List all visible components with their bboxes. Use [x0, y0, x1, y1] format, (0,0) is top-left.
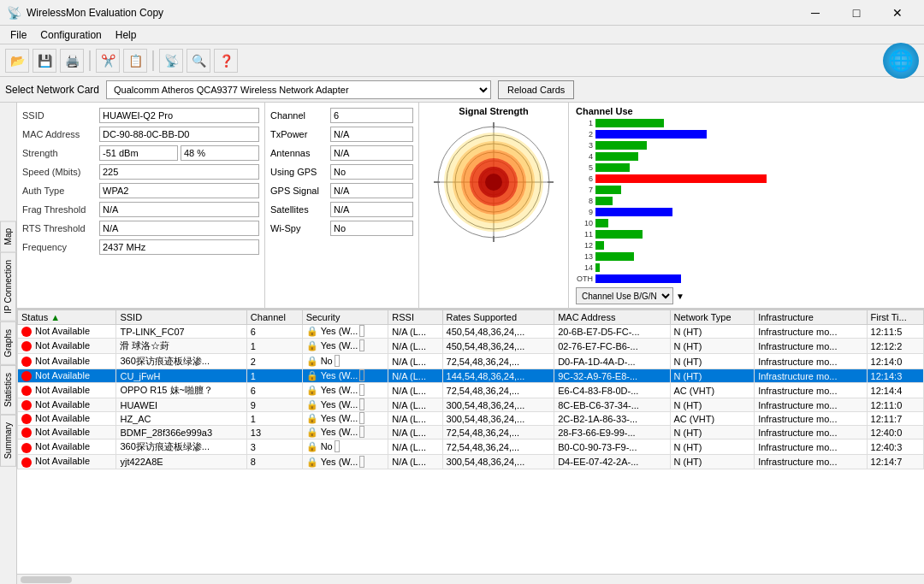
- table-cell: Infrastructure mo...: [755, 339, 867, 354]
- table-cell: 2: [246, 354, 302, 369]
- satellites-row: Satellites N/A: [270, 202, 413, 217]
- table-cell: 3: [246, 439, 302, 455]
- status-text-cell: Not Available: [35, 399, 90, 410]
- channel-number: 11: [576, 230, 593, 239]
- table-cell: TP-LINK_FC07: [116, 325, 246, 339]
- security-box: [359, 384, 364, 396]
- channel-bar-fill: [595, 252, 634, 261]
- close-button[interactable]: ✕: [878, 0, 917, 26]
- col-status[interactable]: Status ▲: [18, 310, 116, 325]
- status-text-cell: Not Available: [35, 326, 90, 336]
- col-security[interactable]: Security: [302, 310, 388, 325]
- menu-configuration[interactable]: Configuration: [33, 27, 108, 43]
- table-cell: 滑 球洛☆葑: [116, 339, 246, 354]
- table-row[interactable]: Not AvailableHZ_AC1🔒Yes (W... N/A (L...3…: [18, 412, 924, 426]
- toolbar-copy[interactable]: 📋: [123, 49, 147, 73]
- col-nettype[interactable]: Network Type: [670, 310, 755, 325]
- menu-help[interactable]: Help: [109, 27, 144, 43]
- table-cell: 12:11:5: [867, 325, 923, 339]
- menu-file[interactable]: File: [3, 27, 33, 43]
- channel-bar-row: 11: [576, 229, 917, 239]
- status-dot: [21, 443, 32, 453]
- maximize-button[interactable]: □: [837, 0, 876, 26]
- col-infra[interactable]: Infrastructure: [755, 310, 867, 325]
- col-mac[interactable]: MAC Address: [554, 310, 670, 325]
- table-row[interactable]: Not Availableyjt422A8E8🔒Yes (W... N/A (L…: [18, 455, 924, 469]
- gps-signal-label: GPS Signal: [270, 186, 330, 196]
- tab-summary[interactable]: Summary: [0, 415, 16, 467]
- toolbar-save[interactable]: 💾: [33, 49, 56, 73]
- app-title: WirelessMon Evaluation Copy: [27, 7, 796, 19]
- lock-icon: 🔒: [306, 441, 318, 451]
- table-scrollbar[interactable]: [17, 574, 924, 584]
- table-cell: HZ_AC: [116, 412, 246, 426]
- channel-number: OTH: [576, 274, 593, 283]
- channel-use-select[interactable]: Channel Use B/G/N: [576, 287, 673, 304]
- table-cell: 🔒Yes (W...: [302, 398, 388, 412]
- strength-label: Strength: [22, 148, 99, 158]
- freq-row: Frequency 2437 MHz: [22, 239, 259, 255]
- table-body: Not AvailableTP-LINK_FC076🔒Yes (W... N/A…: [18, 325, 924, 469]
- security-box: [359, 339, 364, 351]
- tab-ip-connection[interactable]: IP Connection: [0, 252, 16, 321]
- status-text-cell: Not Available: [35, 356, 90, 366]
- table-cell: Not Available: [18, 439, 116, 455]
- toolbar-cut[interactable]: ✂️: [96, 49, 120, 73]
- table-cell: N/A (L...: [388, 412, 442, 426]
- toolbar-scan[interactable]: 📡: [159, 49, 183, 73]
- channel-number: 3: [576, 141, 593, 150]
- table-cell: 12:11:0: [867, 398, 923, 412]
- channel-bar-fill: [595, 119, 664, 127]
- antennas-row: Antennas N/A: [270, 145, 413, 161]
- lock-icon: 🔒: [306, 370, 318, 380]
- col-rates[interactable]: Rates Supported: [442, 310, 554, 325]
- toolbar-help[interactable]: ❓: [214, 49, 238, 73]
- table-row[interactable]: Not Available滑 球洛☆葑1🔒Yes (W... N/A (L...…: [18, 339, 924, 354]
- col-rssi[interactable]: RSSI: [388, 310, 442, 325]
- channel-bar-fill: [595, 174, 767, 183]
- tab-statistics[interactable]: Statistics: [0, 365, 16, 415]
- txpower-label: TxPower: [270, 129, 330, 139]
- table-row[interactable]: Not AvailableBDMF_28f366e999a313🔒Yes (W.…: [18, 426, 924, 439]
- channel-bar-row: OTH: [576, 274, 917, 284]
- auth-row: Auth Type WPA2: [22, 183, 259, 198]
- col-time[interactable]: First Ti...: [867, 310, 923, 325]
- status-text-cell: Not Available: [35, 370, 90, 380]
- table-cell: N/A (L...: [388, 426, 442, 439]
- tab-map[interactable]: Map: [0, 221, 16, 252]
- table-row[interactable]: Not AvailableOPPO R15 妹~啪膻？6🔒Yes (W... N…: [18, 383, 924, 398]
- tab-graphs[interactable]: Graphs: [0, 321, 16, 365]
- table-row[interactable]: Not Available360探访痕迹板绿渗...3🔒No N/A (L...…: [18, 439, 924, 455]
- col-channel[interactable]: Channel: [246, 310, 302, 325]
- channel-bar-fill: [595, 186, 621, 194]
- table-row[interactable]: Not AvailableTP-LINK_FC076🔒Yes (W... N/A…: [18, 325, 924, 339]
- ssid-label: SSID: [22, 110, 99, 121]
- status-dot: [21, 357, 32, 367]
- security-box: [359, 456, 364, 468]
- toolbar-print[interactable]: 🖨️: [60, 49, 84, 73]
- network-card-select[interactable]: Qualcomm Atheros QCA9377 Wireless Networ…: [106, 80, 491, 99]
- minimize-button[interactable]: ─: [796, 0, 835, 26]
- table-cell: CU_jFwH: [116, 369, 246, 383]
- table-cell: 72,54,48,36,24,...: [442, 426, 554, 439]
- table-cell: 02-76-E7-FC-B6-...: [554, 339, 670, 354]
- top-panel: SSID HUAWEI-Q2 Pro MAC Address DC-90-88-…: [17, 103, 924, 309]
- reload-cards-button[interactable]: Reload Cards: [498, 80, 574, 99]
- table-cell: N/A (L...: [388, 325, 442, 339]
- col-ssid[interactable]: SSID: [116, 310, 246, 325]
- table-cell: 9: [246, 398, 302, 412]
- radar-title: Signal Strength: [459, 106, 528, 116]
- table-cell: 1: [246, 412, 302, 426]
- toolbar-search[interactable]: 🔍: [187, 49, 210, 73]
- table-row[interactable]: Not AvailableHUAWEI9🔒Yes (W... N/A (L...…: [18, 398, 924, 412]
- toolbar-open[interactable]: 📂: [5, 49, 29, 73]
- table-cell: HUAWEI: [116, 398, 246, 412]
- table-row[interactable]: Not AvailableCU_jFwH1🔒Yes (W... N/A (L..…: [18, 369, 924, 383]
- table-row[interactable]: Not Available360探访痕迹板绿渗...2🔒No N/A (L...…: [18, 354, 924, 369]
- mac-row: MAC Address DC-90-88-0C-BB-D0: [22, 127, 259, 142]
- status-dot: [21, 341, 32, 351]
- network-table-container[interactable]: Status ▲ SSID Channel Security RSSI Rate…: [17, 309, 924, 574]
- lock-icon: 🔒: [306, 356, 318, 366]
- lock-icon: 🔒: [306, 427, 318, 437]
- svg-point-13: [485, 174, 502, 191]
